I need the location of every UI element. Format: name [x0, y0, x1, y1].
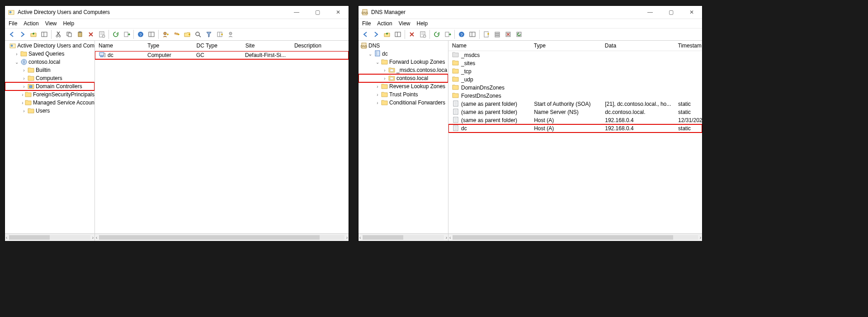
- maximize-button[interactable]: ▢: [307, 6, 328, 19]
- delete-button[interactable]: [86, 29, 96, 39]
- tree-reverse-lookup[interactable]: › Reverse Lookup Zones: [359, 82, 448, 90]
- list-header[interactable]: Name Type DC Type Site Description: [95, 41, 349, 51]
- new-group-button[interactable]: [171, 29, 181, 39]
- dns-list[interactable]: Name Type Data Timestam _msdcs_sites_tcp…: [448, 41, 702, 241]
- tree-item[interactable]: ›Domain Controllers: [5, 82, 94, 90]
- close-button[interactable]: ✕: [328, 6, 349, 19]
- tree-dns-root[interactable]: DNS: [359, 42, 448, 50]
- tree-saved-queries[interactable]: › Saved Queries: [5, 50, 94, 58]
- table-row[interactable]: DomainDnsZones: [448, 84, 702, 92]
- table-row[interactable]: _tcp: [448, 67, 702, 76]
- help-button[interactable]: [136, 29, 146, 39]
- cell-name: (same as parent folder): [461, 117, 517, 123]
- copy-button[interactable]: [64, 29, 74, 39]
- table-row[interactable]: _sites: [448, 59, 702, 67]
- tree-conditional-forwarders[interactable]: › Conditional Forwarders: [359, 99, 448, 107]
- menu-help[interactable]: Help: [417, 20, 428, 27]
- tree-item[interactable]: ›Computers: [5, 74, 94, 82]
- show-hide-action-pane[interactable]: [467, 29, 477, 39]
- menu-action[interactable]: Action: [377, 20, 392, 27]
- table-row[interactable]: dcHost (A)192.168.0.4static: [448, 124, 702, 132]
- minimize-button[interactable]: —: [640, 6, 660, 19]
- aduc-titlebar[interactable]: Active Directory Users and Computers — ▢…: [5, 6, 349, 19]
- col-description[interactable]: Description: [291, 41, 349, 51]
- table-row[interactable]: _msdcs: [448, 51, 702, 59]
- help-button[interactable]: [457, 29, 467, 39]
- tree-forward-lookup[interactable]: ⌄ Forward Lookup Zones: [359, 58, 448, 66]
- new-ou-button[interactable]: [182, 29, 192, 39]
- dns-titlebar[interactable]: DNS Manager — ▢ ✕: [359, 6, 702, 19]
- up-button[interactable]: [382, 29, 392, 39]
- back-button[interactable]: [360, 29, 370, 39]
- table-row[interactable]: _udp: [448, 76, 702, 84]
- maximize-button[interactable]: ▢: [660, 6, 681, 19]
- col-site[interactable]: Site: [242, 41, 291, 51]
- col-type[interactable]: Type: [144, 41, 193, 51]
- dns-tree[interactable]: DNS ⌄ dc ⌄ Forward Lookup Zones ›: [359, 41, 448, 241]
- list-scrollbar[interactable]: ‹›: [95, 233, 349, 241]
- menu-help[interactable]: Help: [63, 20, 75, 27]
- forward-button[interactable]: [18, 29, 28, 39]
- list-scrollbar[interactable]: ‹›: [448, 233, 702, 241]
- menu-file[interactable]: File: [9, 20, 17, 27]
- aduc-menubar: File Action View Help: [5, 19, 349, 28]
- aduc-list[interactable]: Name Type DC Type Site Description dcCom…: [95, 41, 349, 241]
- menu-view[interactable]: View: [399, 20, 410, 27]
- menu-action[interactable]: Action: [24, 20, 38, 27]
- table-row[interactable]: dcComputerGCDefault-First-Si...: [95, 51, 349, 59]
- server-refresh-button[interactable]: [514, 29, 524, 39]
- export-list-button[interactable]: [122, 29, 132, 39]
- back-button[interactable]: [7, 29, 17, 39]
- table-row[interactable]: ForestDnsZones: [448, 92, 702, 100]
- tree-server[interactable]: ⌄ dc: [359, 50, 448, 58]
- table-row[interactable]: (same as parent folder)Name Server (NS)d…: [448, 108, 702, 116]
- table-row[interactable]: (same as parent folder)Start of Authorit…: [448, 100, 702, 108]
- forward-button[interactable]: [371, 29, 381, 39]
- tree-trust-points[interactable]: › Trust Points: [359, 90, 448, 99]
- properties-button[interactable]: [97, 29, 107, 39]
- show-hide-tree-button[interactable]: [39, 29, 49, 39]
- tree-root[interactable]: Active Directory Users and Com: [5, 42, 94, 50]
- up-button[interactable]: [28, 29, 38, 39]
- col-data[interactable]: Data: [601, 41, 675, 51]
- col-type[interactable]: Type: [530, 41, 601, 51]
- refresh-button[interactable]: [432, 29, 442, 39]
- find-button[interactable]: [193, 29, 203, 39]
- server-remove-button[interactable]: [503, 29, 513, 39]
- tree-item[interactable]: ›Builtin: [5, 66, 94, 74]
- members-button[interactable]: [226, 29, 236, 39]
- menu-view[interactable]: View: [45, 20, 57, 27]
- cut-button[interactable]: [53, 29, 63, 39]
- col-name[interactable]: Name: [95, 41, 144, 51]
- tree-scrollbar[interactable]: ‹›: [359, 233, 448, 241]
- tree-msdcs-zone[interactable]: › _msdcs.contoso.loca: [359, 66, 448, 74]
- server-stack-button[interactable]: [492, 29, 502, 39]
- refresh-button[interactable]: [111, 29, 121, 39]
- menu-file[interactable]: File: [362, 20, 371, 27]
- dns-window: DNS Manager — ▢ ✕ File Action View Help: [358, 5, 703, 241]
- delete-button[interactable]: [407, 29, 417, 39]
- new-user-button[interactable]: [160, 29, 170, 39]
- add-columns-button[interactable]: [215, 29, 225, 39]
- filter-button[interactable]: [204, 29, 214, 39]
- tree-domain[interactable]: ⌄ contoso.local: [5, 58, 94, 66]
- tree-scrollbar[interactable]: ‹›: [5, 233, 94, 241]
- tree-item[interactable]: ›Managed Service Accoun: [5, 99, 94, 107]
- tree-item[interactable]: ›ForeignSecurityPrincipals: [5, 90, 94, 99]
- col-timestamp[interactable]: Timestam: [675, 41, 703, 51]
- tree-item[interactable]: ›Users: [5, 107, 94, 115]
- minimize-button[interactable]: —: [286, 6, 307, 19]
- col-name[interactable]: Name: [448, 41, 530, 51]
- show-hide-tree-button[interactable]: [393, 29, 403, 39]
- show-hide-action-pane[interactable]: [146, 29, 156, 39]
- new-record-button[interactable]: [481, 29, 491, 39]
- properties-button[interactable]: [418, 29, 428, 39]
- list-header[interactable]: Name Type Data Timestam: [448, 41, 702, 51]
- col-dctype[interactable]: DC Type: [193, 41, 241, 51]
- export-list-button[interactable]: [443, 29, 453, 39]
- aduc-tree[interactable]: Active Directory Users and Com › Saved Q…: [5, 41, 95, 241]
- close-button[interactable]: ✕: [681, 6, 702, 19]
- tree-contoso-zone[interactable]: › contoso.local: [359, 74, 448, 82]
- paste-button[interactable]: [75, 29, 85, 39]
- table-row[interactable]: (same as parent folder)Host (A)192.168.0…: [448, 116, 702, 124]
